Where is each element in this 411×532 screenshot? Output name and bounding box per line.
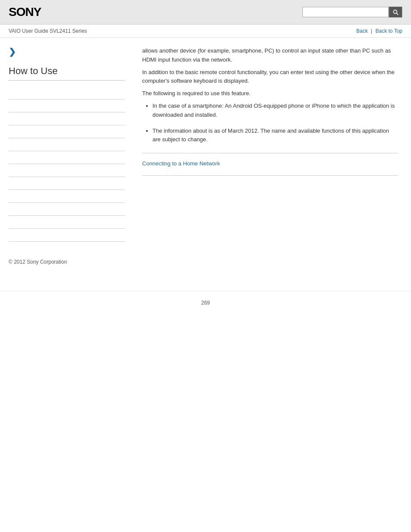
sidebar-heading: How to Use: [9, 65, 125, 81]
paragraph-3: The following is required to use this fe…: [142, 89, 398, 98]
content-area: allows another device (for example, smar…: [134, 38, 411, 250]
list-item: [9, 190, 125, 203]
back-link[interactable]: Back: [356, 28, 368, 34]
list-item: [9, 138, 125, 151]
list-item: [9, 125, 125, 138]
list-item: [9, 151, 125, 164]
list-item: [9, 100, 125, 112]
back-to-top-link[interactable]: Back to Top: [376, 28, 402, 34]
list-item: The information about is as of March 201…: [153, 127, 398, 145]
divider-1: [142, 153, 398, 153]
home-network-link[interactable]: Connecting to a Home Network: [142, 160, 220, 167]
bullet-1-text: In the case of a smartphone: An Android …: [153, 103, 395, 118]
list-item: [9, 177, 125, 190]
intro-section: allows another device (for example, smar…: [142, 47, 398, 144]
search-input[interactable]: [302, 7, 389, 17]
search-icon: [392, 9, 399, 16]
list-item: [9, 164, 125, 177]
list-item: [9, 87, 125, 100]
sidebar-nav-list: [9, 87, 125, 242]
divider-2: [142, 175, 398, 176]
nav-separator: |: [371, 28, 372, 34]
copyright-text: © 2012 Sony Corporation: [9, 259, 67, 265]
paragraph-2: In addition to the basic remote control …: [142, 68, 398, 86]
list-item: [9, 229, 125, 242]
list-item: [9, 112, 125, 125]
nav-links: Back | Back to Top: [356, 28, 402, 34]
sidebar: ❯ How to Use: [0, 38, 134, 250]
footer: © 2012 Sony Corporation: [0, 250, 411, 274]
nav-bar: VAIO User Guide SVL2411 Series Back | Ba…: [0, 25, 411, 38]
search-area: [302, 6, 402, 18]
bullet-2-text: The information about is as of March 201…: [153, 128, 389, 143]
sony-logo: SONY: [9, 5, 41, 19]
list-item: In the case of a smartphone: An Android …: [153, 102, 398, 120]
list-item: [9, 203, 125, 216]
list-item: [9, 216, 125, 229]
main-content: ❯ How to Use allows another device (for …: [0, 38, 411, 250]
chevron-icon: ❯: [9, 47, 125, 57]
guide-title: VAIO User Guide SVL2411 Series: [9, 28, 87, 34]
page-number: 269: [0, 291, 411, 314]
paragraph-1: allows another device (for example, smar…: [142, 47, 398, 65]
link-section: Connecting to a Home Network: [142, 160, 398, 167]
info-list: The information about is as of March 201…: [142, 127, 398, 145]
search-button[interactable]: [389, 6, 402, 18]
header: SONY: [0, 0, 411, 25]
requirements-list: In the case of a smartphone: An Android …: [142, 102, 398, 120]
